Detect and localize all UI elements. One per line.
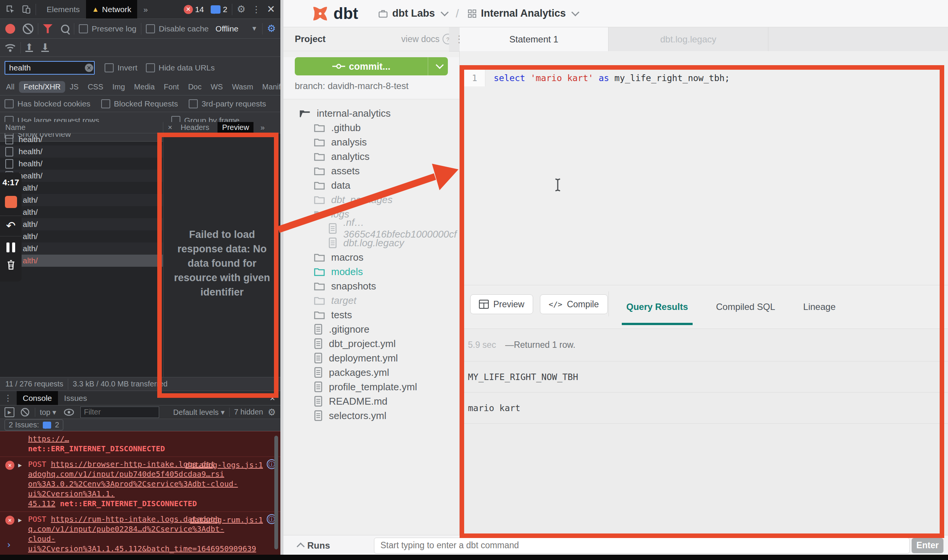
runs-toggle[interactable]: Runs [298,540,330,551]
console-settings-gear-icon[interactable]: ⚙ [268,407,276,418]
tree-item-tests[interactable]: tests [314,308,352,322]
expand-triangle-icon[interactable]: ▶ [18,460,22,470]
eval-context-icon[interactable]: ▶ [5,407,14,417]
tree-item-analytics[interactable]: analytics [314,149,369,164]
export-har-icon[interactable]: ⬇ [41,43,49,52]
clear-network-log-icon[interactable] [23,23,33,34]
kebab-menu-icon[interactable]: ⋮ [252,4,261,15]
console-scrollbar[interactable] [274,436,278,549]
type-filter-ws[interactable]: WS [206,81,227,93]
results-tab-compiled-sql[interactable]: Compiled SQL [716,302,775,312]
console-filter-input[interactable] [80,407,159,418]
tree-item-dbt-project-yml[interactable]: dbt_project.yml [314,336,396,351]
tree-item-snapshots[interactable]: snapshots [314,279,376,293]
compile-button[interactable]: </> Compile [540,294,608,314]
clear-filter-icon[interactable]: ✕ [85,64,93,72]
type-filter-wasm[interactable]: Wasm [227,81,258,93]
error-url-link[interactable]: 45.112 [28,499,55,508]
dbt-logo[interactable] [310,3,330,24]
type-filter-font[interactable]: Font [159,81,183,93]
clear-console-icon[interactable] [21,408,29,416]
inspect-element-icon[interactable] [5,4,16,15]
type-filter-js[interactable]: JS [65,81,83,93]
tab-issues[interactable]: Issues [58,391,93,405]
enter-button[interactable]: Enter [912,538,943,553]
search-icon[interactable] [61,25,69,33]
results-tab-query-results[interactable]: Query Results [626,302,688,312]
commit-dropdown-chevron[interactable] [428,57,448,75]
pause-recording-button[interactable] [6,242,15,252]
request-row[interactable]: health/ [0,145,163,158]
tree-item-assets[interactable]: assets [314,164,360,178]
request-row[interactable]: alth/ [0,194,163,206]
more-tabs-chevron[interactable]: » [137,0,154,19]
console-error-entry[interactable]: ✕▶POST https://browser-http-intake.logs.… [0,457,280,512]
tree-item-deployment-yml[interactable]: deployment.yml [314,351,398,365]
tree-item-packages-yml[interactable]: packages.yml [314,365,389,380]
tab-network[interactable]: ▲ Network [86,0,138,19]
disable-cache-checkbox[interactable] [146,24,155,33]
view-docs-link[interactable]: view docs [401,34,440,44]
sql-editor[interactable]: 1 select 'mario kart' as my_life_right_n… [460,51,948,285]
issues-counter-pill[interactable]: 2 Issues: 2 [5,419,63,430]
context-selector[interactable]: top ▾ [40,408,56,417]
request-row[interactable]: health/ [0,170,163,182]
tree-item-data[interactable]: data [314,178,350,192]
eye-icon[interactable] [64,408,74,416]
error-url-link[interactable]: q.com/v1/input/pube02284…d%2Cservice%3Ad… [28,524,224,533]
console-error-entry[interactable]: https://…net::ERR_INTERNET_DISCONNECTED [0,431,280,457]
tab-headers[interactable]: Headers [181,123,210,132]
issue-count-badge[interactable]: 2 [211,5,227,14]
project-switcher[interactable]: Internal Analytics [467,8,578,19]
network-settings-gear-icon[interactable]: ⚙ [267,23,276,34]
delete-recording-icon[interactable] [6,259,16,272]
third-party-requests-checkbox[interactable] [189,99,198,108]
error-url-link[interactable]: adoghq.com/v1/input/pub740de5f405dcdaa9…… [28,469,224,479]
type-filter-all[interactable]: All [2,81,19,93]
import-har-icon[interactable]: ⬆ [25,43,33,52]
network-conditions-icon[interactable] [5,43,16,53]
close-details-icon[interactable]: × [168,123,172,132]
request-row[interactable]: health/ [0,158,163,170]
type-filter-fetchxhr[interactable]: Fetch/XHR [19,81,65,93]
stop-recording-button[interactable] [5,196,17,208]
tab-statement-1[interactable]: Statement 1 [460,27,609,51]
request-row[interactable]: alth/ [0,206,163,218]
request-row[interactable]: alth/ [0,255,163,267]
results-tab-lineage[interactable]: Lineage [803,302,835,312]
console-kebab-icon[interactable]: ⋮ [4,393,12,403]
device-toolbar-icon[interactable] [21,5,31,14]
tree-item-readme-md[interactable]: README.md [314,394,388,408]
tree-item-internal-analytics[interactable]: internal-analytics [299,106,391,120]
tree-item-macros[interactable]: macros [314,250,363,264]
tab-elements[interactable]: Elements [41,0,86,19]
dbt-command-input[interactable] [374,538,910,554]
tab-preview[interactable]: Preview [217,122,253,133]
tree-item-profile-template-yml[interactable]: profile_template.yml [314,380,417,394]
error-source-link[interactable]: datadog-rum.js:1 [190,515,263,525]
error-url-link[interactable]: on%3A3.0.2%2Cenv%3Aprod%2Cservice%3Adbt-… [28,479,238,498]
type-filter-doc[interactable]: Doc [183,81,206,93]
preserve-log-checkbox[interactable] [79,24,88,33]
tree-item-dbt-packages[interactable]: dbt_packages [314,192,393,207]
account-switcher[interactable]: dbt Labs [378,8,447,19]
record-network-log-icon[interactable] [5,24,15,34]
type-filter-img[interactable]: Img [108,81,130,93]
tree-item-selectors-yml[interactable]: selectors.yml [314,408,386,423]
column-header-name[interactable]: Name [5,123,25,132]
filter-funnel-icon[interactable] [43,24,53,33]
tree-item-target[interactable]: target [314,293,357,308]
request-row[interactable]: alth/ [0,182,163,194]
expand-triangle-icon[interactable]: ▶ [18,515,22,525]
tree-item--gitignore[interactable]: .gitignore [314,322,369,336]
restart-recording-icon[interactable]: ↶ [6,219,16,232]
request-row[interactable]: alth/ [0,230,163,242]
details-more-tabs-chevron[interactable]: » [260,123,264,132]
error-source-link[interactable]: datadog-logs.js:1 [185,460,263,470]
commit-button[interactable]: commit... [295,57,448,75]
log-levels-select[interactable]: Default levels ▾ [173,408,225,417]
tab-console[interactable]: Console [17,391,58,405]
invert-checkbox[interactable] [105,63,114,72]
settings-gear-icon[interactable]: ⚙ [237,3,246,15]
tree-item-dbt-log-legacy[interactable]: dbt.log.legacy [328,236,404,250]
